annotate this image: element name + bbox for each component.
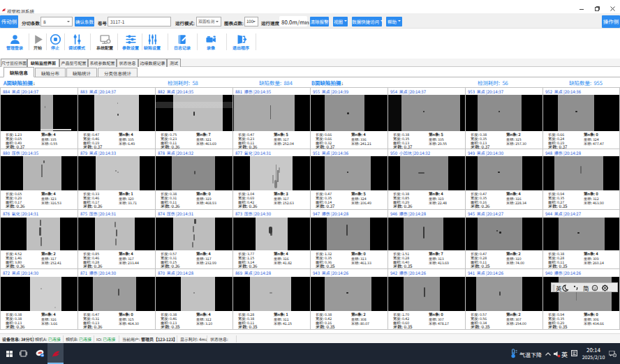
svg-text:简: 简	[583, 284, 589, 292]
svg-text:英: 英	[556, 284, 562, 292]
